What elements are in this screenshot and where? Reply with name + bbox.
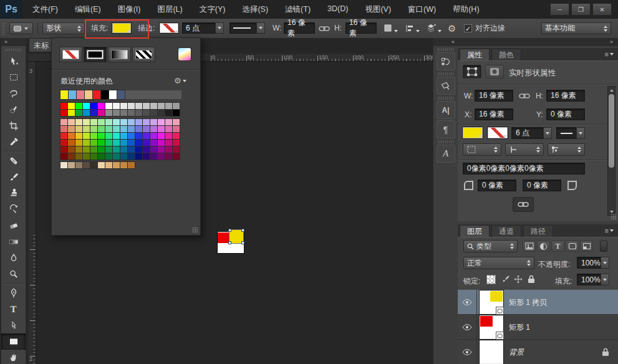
color-swatch[interactable] xyxy=(113,153,120,160)
color-swatch[interactable] xyxy=(90,146,97,153)
color-swatch[interactable] xyxy=(113,110,120,116)
opacity-dropdown-button[interactable] xyxy=(601,257,609,269)
color-swatch[interactable] xyxy=(75,133,82,139)
color-swatch[interactable] xyxy=(135,133,142,139)
color-swatch[interactable] xyxy=(135,126,142,132)
color-swatch[interactable] xyxy=(60,103,67,109)
color-swatch[interactable] xyxy=(158,110,165,116)
color-swatch[interactable] xyxy=(128,110,135,116)
opacity-field[interactable]: 100% xyxy=(577,257,601,269)
brush-tool[interactable] xyxy=(1,169,26,185)
color-swatch[interactable] xyxy=(165,110,172,116)
stroke-width-field[interactable]: 6 点 xyxy=(182,22,216,34)
dock-expand-bar[interactable]: « xyxy=(433,38,458,46)
path-arrange-button[interactable] xyxy=(426,24,442,33)
dodge-tool[interactable] xyxy=(1,266,26,282)
height-field[interactable]: 16 像素 xyxy=(345,22,377,34)
menu-view[interactable]: 视图(V) xyxy=(365,4,391,15)
prop-y-field[interactable]: 0 像素 xyxy=(546,108,585,120)
stroke-dropdown-icon[interactable] xyxy=(175,31,178,33)
color-swatch[interactable] xyxy=(173,140,180,146)
document[interactable] xyxy=(218,232,244,253)
color-swatch[interactable] xyxy=(105,133,112,139)
color-swatch[interactable] xyxy=(93,90,100,99)
color-swatch[interactable] xyxy=(117,90,125,99)
toolbar-grip[interactable] xyxy=(6,47,21,52)
color-swatch[interactable] xyxy=(128,140,135,146)
color-swatch[interactable] xyxy=(120,153,127,160)
color-swatch[interactable] xyxy=(98,162,105,168)
color-swatch[interactable] xyxy=(105,103,112,109)
clone-stamp-tool[interactable] xyxy=(1,185,26,201)
dock-grip[interactable] xyxy=(438,140,453,143)
color-swatch[interactable] xyxy=(165,146,172,153)
move-tool[interactable] xyxy=(1,53,26,69)
color-swatch[interactable] xyxy=(60,162,67,168)
filter-type-layers-button[interactable]: T xyxy=(551,241,564,252)
color-swatch[interactable] xyxy=(165,133,172,139)
vertical-ruler[interactable]: 3 2 xyxy=(28,62,36,364)
color-swatch[interactable] xyxy=(173,153,180,160)
color-swatch[interactable] xyxy=(98,103,105,109)
menu-type[interactable]: 文字(Y) xyxy=(200,4,226,15)
color-swatch[interactable] xyxy=(158,153,165,160)
color-swatch[interactable] xyxy=(113,119,120,125)
menu-image[interactable]: 图像(I) xyxy=(118,4,141,15)
tab-channels[interactable]: 通道 xyxy=(491,225,521,237)
crop-tool[interactable] xyxy=(1,118,26,134)
live-shape-properties-button[interactable] xyxy=(463,65,481,79)
gear-icon[interactable]: ⚙ xyxy=(448,19,456,38)
color-swatch[interactable] xyxy=(135,153,142,160)
notes-panel-button[interactable] xyxy=(437,77,455,95)
color-swatch[interactable] xyxy=(75,146,82,153)
layer-row-rectangle-1-copy[interactable]: 矩形 1 拷贝 xyxy=(458,290,618,315)
color-swatch[interactable] xyxy=(68,103,75,109)
color-swatch[interactable] xyxy=(68,126,75,132)
color-swatch[interactable] xyxy=(60,140,67,146)
tab-properties[interactable]: 属性 xyxy=(460,49,490,60)
stroke-corners-dropdown[interactable] xyxy=(548,143,585,156)
hand-tool[interactable] xyxy=(1,350,26,364)
lasso-tool[interactable] xyxy=(1,85,26,102)
gradient-tool[interactable] xyxy=(1,234,26,250)
color-swatch[interactable] xyxy=(143,119,150,125)
color-swatch[interactable] xyxy=(113,146,120,153)
type-tool[interactable]: T xyxy=(1,301,26,317)
color-swatch[interactable] xyxy=(113,133,120,139)
menu-select[interactable]: 选择(S) xyxy=(242,4,268,15)
color-swatch[interactable] xyxy=(135,110,142,116)
color-swatch[interactable] xyxy=(83,140,90,146)
color-swatch[interactable] xyxy=(75,119,82,125)
prop-h-field[interactable]: 16 像素 xyxy=(546,90,585,102)
color-swatch[interactable] xyxy=(68,140,75,146)
color-swatch[interactable] xyxy=(83,103,90,109)
width-field[interactable]: 16 像素 xyxy=(284,22,315,34)
visibility-cell[interactable] xyxy=(458,340,477,364)
color-swatch[interactable] xyxy=(165,140,172,146)
tab-color[interactable]: 颜色 xyxy=(491,49,521,60)
color-swatch[interactable] xyxy=(83,162,90,168)
color-swatch[interactable] xyxy=(135,146,142,153)
filter-smart-objects-button[interactable] xyxy=(580,241,593,252)
color-swatch[interactable] xyxy=(75,110,82,116)
corner-radius-left-field[interactable]: 0 像素 xyxy=(478,180,516,191)
color-swatch[interactable] xyxy=(173,110,180,116)
quick-selection-tool[interactable] xyxy=(1,102,26,118)
color-swatch[interactable] xyxy=(98,146,105,153)
color-swatch[interactable] xyxy=(60,126,67,132)
character-styles-panel-button[interactable]: A xyxy=(437,145,455,163)
no-color-button[interactable] xyxy=(59,47,82,62)
color-swatch[interactable] xyxy=(75,162,82,168)
stroke-caps-dropdown[interactable] xyxy=(505,143,544,156)
color-swatch[interactable] xyxy=(68,162,75,168)
stroke-align-dropdown[interactable] xyxy=(463,143,501,156)
prop-x-field[interactable]: 16 像素 xyxy=(475,108,513,120)
color-swatch[interactable] xyxy=(165,153,172,160)
color-swatch[interactable] xyxy=(143,146,150,153)
color-swatch[interactable] xyxy=(150,110,157,116)
layer-thumbnail[interactable] xyxy=(480,341,503,363)
layer-thumbnail[interactable] xyxy=(480,316,503,338)
menu-help[interactable]: 帮助(H) xyxy=(453,4,479,15)
color-swatch[interactable] xyxy=(90,153,97,160)
color-swatch[interactable] xyxy=(113,126,120,132)
